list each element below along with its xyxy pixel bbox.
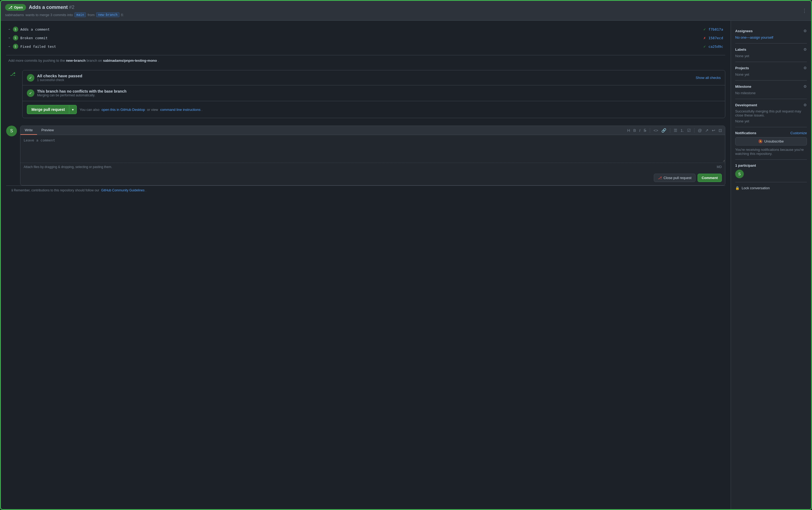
sidebar-projects-header: Projects ⚙	[735, 66, 807, 70]
task-list-icon[interactable]: ☑	[686, 127, 691, 133]
bold-icon[interactable]: B	[633, 127, 637, 133]
heading-icon[interactable]: H	[627, 127, 631, 133]
checks-merge-row: ⎇ ✓ All checks have passed 1 successful …	[6, 70, 725, 121]
branch-info-prefix: Add more commits by pushing to the	[8, 59, 65, 63]
tab-preview[interactable]: Preview	[37, 126, 58, 135]
merge-graph-icon: ⎇	[10, 71, 16, 77]
customize-link[interactable]: Customize	[790, 131, 807, 135]
development-title: Development	[735, 103, 757, 107]
head-branch-badge[interactable]: new-branch	[96, 12, 119, 17]
sidebar-notifications-header: Notifications Customize	[735, 131, 807, 135]
commit-connector-icon: ⊸	[8, 36, 10, 40]
italic-icon[interactable]: I	[639, 127, 641, 133]
table-row: ⊸ S Fixed failed test ✓ ca25d9c	[6, 42, 725, 51]
checks-header-left: ✓ All checks have passed 1 successful ch…	[27, 73, 82, 82]
merge-row: Merge pull request ▾ You can also open t…	[23, 101, 725, 118]
commit-message: Fixed failed test	[21, 44, 56, 49]
attach-row: Attach files by dragging & dropping, sel…	[21, 163, 725, 171]
sidebar-development-header: Development ⚙	[735, 103, 807, 107]
assignees-title: Assignees	[735, 29, 753, 33]
pr-subtitle: sabinadams wants to merge 3 commits into…	[5, 12, 799, 17]
toolbar-sep-3	[694, 128, 694, 133]
cli-link[interactable]: command line instructions	[160, 108, 200, 112]
left-gutter: ⎇	[6, 70, 19, 77]
sidebar-labels: Labels ⚙ None yet	[735, 43, 807, 62]
participants-title: 1 participant	[735, 163, 756, 168]
assignees-value[interactable]: No one—assign yourself	[735, 35, 773, 39]
comment-tabs: Write Preview H B I S̶ <> 🔗 ☰ 1.	[21, 126, 725, 135]
no-conflict-row: ✓ This branch has no conflicts with the …	[23, 85, 725, 101]
labels-gear-icon[interactable]: ⚙	[804, 47, 807, 52]
open-desktop-link[interactable]: open this in GitHub Desktop	[102, 108, 145, 112]
merge-also-label: You can also	[80, 108, 99, 112]
markdown-icon: MD	[717, 165, 722, 169]
toolbar-row: H B I S̶ <> 🔗 ☰ 1. ☑ @	[624, 126, 725, 135]
sidebar-milestone-header: Milestone ⚙	[735, 84, 807, 89]
milestone-gear-icon[interactable]: ⚙	[804, 84, 807, 89]
base-branch-badge[interactable]: main	[75, 12, 86, 17]
content-area: ⊸ S Adds a comment ✓ f7b817a ⊸ S Broken …	[1, 21, 731, 509]
show-all-checks-link[interactable]: Show all checks	[696, 76, 721, 80]
code-icon[interactable]: <>	[653, 127, 659, 133]
merge-also-text: You can also open this in GitHub Desktop…	[80, 108, 202, 112]
commit-line: S Fixed failed test	[13, 44, 701, 49]
copy-icon[interactable]: ⎘	[121, 13, 123, 17]
pr-author: sabinadams	[5, 13, 24, 17]
participant-avatar[interactable]: S	[735, 170, 744, 178]
commit-message: Adds a comment	[21, 27, 50, 31]
sidebar-assignees: Assignees ⚙ No one—assign yourself	[735, 25, 807, 43]
merge-pull-request-button[interactable]: Merge pull request	[27, 105, 69, 114]
repo-name: sabinadams/pnpm-testing-mono	[103, 59, 157, 63]
subtitle-text: wants to merge 3 commits into	[26, 13, 73, 17]
milestone-title: Milestone	[735, 85, 751, 89]
no-conflict-info: This branch has no conflicts with the ba…	[37, 89, 126, 97]
mention-icon[interactable]: @	[697, 127, 703, 133]
reference-icon[interactable]: ↗	[704, 127, 709, 133]
assignees-gear-icon[interactable]: ⚙	[804, 29, 807, 33]
more-icon[interactable]: ⋮	[802, 8, 807, 14]
checks-subtitle: 1 successful check	[37, 78, 82, 82]
development-gear-icon[interactable]: ⚙	[804, 103, 807, 107]
avatar: S	[13, 35, 18, 40]
commit-line: S Adds a comment	[13, 27, 701, 32]
commit-line: S Broken commit	[13, 35, 701, 40]
undo-icon[interactable]: ↩	[711, 127, 716, 133]
checks-header: ✓ All checks have passed 1 successful ch…	[23, 70, 725, 85]
comment-textarea[interactable]	[21, 135, 725, 162]
strikethrough-icon[interactable]: S̶	[643, 127, 647, 133]
comment-box-wrap: S Write Preview H B I S̶ <> 🔗	[6, 126, 725, 185]
branch-name: new-branch	[66, 59, 86, 63]
sidebar-assignees-header: Assignees ⚙	[735, 29, 807, 33]
pr-number: #2	[69, 5, 75, 10]
ordered-list-icon[interactable]: 1.	[679, 127, 685, 133]
sidebar-participants-header: 1 participant	[735, 163, 807, 168]
comment-actions: ⎇ Close pull request Comment	[21, 171, 725, 185]
close-pull-request-button[interactable]: ⎇ Close pull request	[654, 174, 695, 182]
sidebar-projects: Projects ⚙ None yet	[735, 62, 807, 81]
comment-button[interactable]: Comment	[698, 174, 722, 182]
page-container: ⎇ Open Adds a comment #2 sabinadams want…	[0, 0, 812, 510]
projects-gear-icon[interactable]: ⚙	[804, 66, 807, 70]
sidebar-development: Development ⚙ Successfully merging this …	[735, 99, 807, 127]
commit-hash[interactable]: 1587ecd	[708, 36, 723, 40]
sidebar-notifications: Notifications Customize 🔕 Unsubscribe Yo…	[735, 127, 807, 160]
lock-label[interactable]: Lock conversation	[742, 186, 770, 190]
community-guidelines-link[interactable]: GitHub Community Guidelines	[101, 188, 144, 192]
reminder-bar: ℹ Remember, contributions to this reposi…	[6, 185, 725, 195]
merge-dropdown-button[interactable]: ▾	[69, 105, 77, 114]
toolbar-sep-2	[670, 128, 670, 133]
commit-hash[interactable]: ca25d9c	[708, 44, 723, 49]
tab-write[interactable]: Write	[21, 126, 37, 135]
lock-icon: 🔒	[735, 186, 740, 190]
avatar: S	[13, 44, 18, 49]
checks-title: All checks have passed	[37, 73, 82, 78]
link-icon[interactable]: 🔗	[661, 127, 667, 133]
commit-hash[interactable]: f7b817a	[708, 27, 723, 31]
unsubscribe-button[interactable]: 🔕 Unsubscribe	[735, 137, 807, 146]
development-description: Successfully merging this pull request m…	[735, 109, 807, 117]
bullet-list-icon[interactable]: ☰	[673, 127, 678, 133]
fullscreen-icon[interactable]: ⊡	[718, 127, 723, 133]
checks-area: ✓ All checks have passed 1 successful ch…	[22, 70, 725, 121]
labels-value: None yet	[735, 54, 749, 58]
sidebar-milestone: Milestone ⚙ No milestone	[735, 81, 807, 99]
